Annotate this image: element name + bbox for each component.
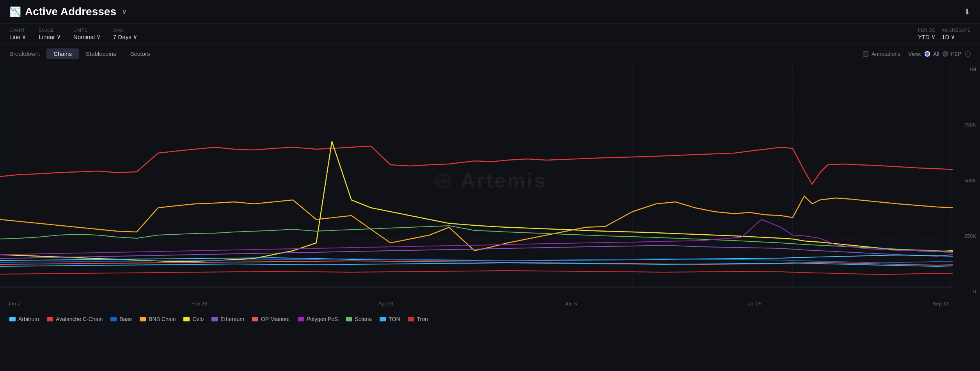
chart-icon: 📉 <box>9 6 21 17</box>
legend-celo: Celo <box>183 316 204 322</box>
toolbar: CHART Line ∨ SCALE Linear ∨ UNITS Nomina… <box>0 24 980 45</box>
view-p2p-label[interactable]: P2P <box>951 51 961 57</box>
aggregate-select[interactable]: 1D ∨ <box>942 33 971 40</box>
toolbar-right: PERIOD YTD ∨ AGGREGATE 1D ∨ <box>918 28 971 40</box>
title-chevron-icon[interactable]: ∨ <box>122 7 127 16</box>
period-value: YTD <box>918 34 930 40</box>
view-p2p-radio[interactable] <box>943 51 948 57</box>
page-title: Active Addresses <box>25 5 116 18</box>
aggregate-chevron-icon: ∨ <box>951 33 955 40</box>
page-header: 📉 Active Addresses ∨ ⬇ <box>0 0 980 24</box>
arbitrum-label: Arbitrum <box>18 316 39 322</box>
x-label-jul25: Jul 25 <box>748 301 762 307</box>
legend-base: Base <box>110 316 132 322</box>
units-select[interactable]: Nominal ∨ <box>73 33 101 40</box>
chart-value: Line <box>9 34 20 40</box>
aggregate-label: AGGREGATE <box>942 28 971 32</box>
units-label: UNITS <box>73 28 101 32</box>
y-label-500k: 500K <box>964 178 976 184</box>
tron-color <box>408 317 414 321</box>
legend-op: OP Mainnet <box>252 316 290 322</box>
tab-sectors[interactable]: Sectors <box>123 48 157 59</box>
avalanche-color <box>47 317 53 321</box>
scale-label: SCALE <box>39 28 61 32</box>
watermark: ⊕ Artemis <box>433 167 547 194</box>
view-all-radio[interactable] <box>925 51 930 57</box>
sma-selector[interactable]: SMA 7 Days ∨ <box>113 28 137 40</box>
legend-ton: TON <box>380 316 400 322</box>
period-chevron-icon: ∨ <box>931 33 936 40</box>
scale-chevron-icon: ∨ <box>57 33 61 40</box>
avalanche-label: Avalanche C-Chain <box>56 316 103 322</box>
scale-select[interactable]: Linear ∨ <box>39 33 61 40</box>
y-label-0: 0 <box>973 289 976 294</box>
sma-chevron-icon: ∨ <box>133 33 137 40</box>
legend-bnb: BNB Chain <box>140 316 176 322</box>
sma-select[interactable]: 7 Days ∨ <box>113 33 137 40</box>
breakdown-right: Annotations View: All P2P i <box>863 51 971 57</box>
breakdown-label: Breakdown: <box>9 50 40 57</box>
scale-selector[interactable]: SCALE Linear ∨ <box>39 28 61 40</box>
op-label: OP Mainnet <box>261 316 290 322</box>
ton-color <box>380 317 386 321</box>
annotations-label: Annotations <box>872 51 900 57</box>
ton-label: TON <box>389 316 400 322</box>
breakdown-bar: Breakdown: Chains Stablecoins Sectors An… <box>0 45 980 63</box>
arbitrum-color <box>9 317 16 321</box>
annotations-checkbox[interactable] <box>863 51 868 57</box>
tron-label: Tron <box>417 316 428 322</box>
watermark-text: Artemis <box>460 169 547 192</box>
sma-label: SMA <box>113 28 137 32</box>
chart-select[interactable]: Line ∨ <box>9 33 26 40</box>
chart-area: 1M 750K 500K 250K 0 ⊕ Artemis <box>0 63 980 298</box>
x-label-jan7: Jan 7 <box>8 301 20 307</box>
y-axis: 1M 750K 500K 250K 0 <box>953 63 980 298</box>
period-select[interactable]: YTD ∨ <box>918 33 936 40</box>
chart-chevron-icon: ∨ <box>22 33 26 40</box>
units-selector[interactable]: UNITS Nominal ∨ <box>73 28 101 40</box>
op-color <box>252 317 258 321</box>
annotations-group[interactable]: Annotations <box>863 51 900 57</box>
header-left: 📉 Active Addresses ∨ <box>9 5 127 18</box>
tab-chains[interactable]: Chains <box>46 48 79 59</box>
x-label-sep13: Sep 13 <box>933 301 949 307</box>
legend-tron: Tron <box>408 316 428 322</box>
period-label: PERIOD <box>918 28 936 32</box>
legend: Arbitrum Avalanche C-Chain Base BNB Chai… <box>0 310 980 328</box>
solana-color <box>346 317 352 321</box>
legend-polygon: Polygon PoS <box>298 316 338 322</box>
aggregate-value: 1D <box>942 34 949 40</box>
x-axis: Jan 7 Feb 26 Apr 16 Jun 5 Jul 25 Sep 13 <box>0 298 980 310</box>
base-label: Base <box>119 316 132 322</box>
celo-color <box>183 317 190 321</box>
x-label-jun5: Jun 5 <box>565 301 577 307</box>
y-label-1m: 1M <box>969 66 976 72</box>
breakdown-tabs: Chains Stablecoins Sectors <box>46 48 157 59</box>
scale-value: Linear <box>39 34 55 40</box>
x-label-feb26: Feb 26 <box>192 301 207 307</box>
legend-avalanche: Avalanche C-Chain <box>47 316 103 322</box>
chart-label: CHART <box>9 28 26 32</box>
watermark-icon: ⊕ <box>433 167 454 194</box>
ethereum-label: Ethereum <box>220 316 244 322</box>
base-color <box>110 317 117 321</box>
legend-ethereum: Ethereum <box>211 316 244 322</box>
solana-label: Solana <box>355 316 372 322</box>
aggregate-selector[interactable]: AGGREGATE 1D ∨ <box>942 28 971 40</box>
tab-stablecoins[interactable]: Stablecoins <box>79 48 123 59</box>
y-label-750k: 750K <box>964 122 976 128</box>
download-button[interactable]: ⬇ <box>964 7 971 16</box>
x-label-apr16: Apr 16 <box>378 301 393 307</box>
units-chevron-icon: ∨ <box>96 33 101 40</box>
info-icon[interactable]: i <box>965 51 971 57</box>
view-label: View: <box>908 51 921 57</box>
celo-label: Celo <box>192 316 204 322</box>
chart-selector[interactable]: CHART Line ∨ <box>9 28 26 40</box>
polygon-color <box>298 317 304 321</box>
polygon-label: Polygon PoS <box>307 316 338 322</box>
bnb-color <box>140 317 146 321</box>
view-all-label[interactable]: All <box>933 51 939 57</box>
sma-value: 7 Days <box>113 34 131 40</box>
view-group: View: All P2P i <box>908 51 971 57</box>
period-selector[interactable]: PERIOD YTD ∨ <box>918 28 936 40</box>
